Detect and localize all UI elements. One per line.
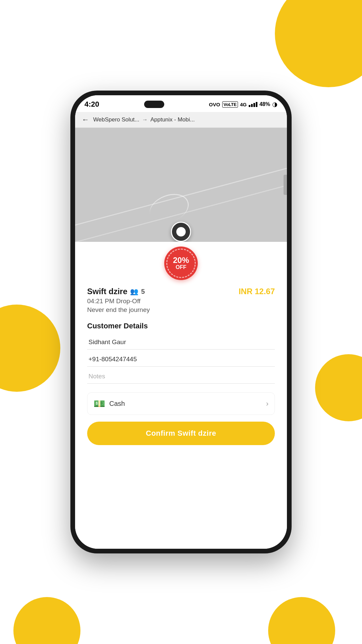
browser-bar: ← WebSpero Solut... → Apptunix - Mobi... bbox=[75, 112, 287, 128]
ride-info-row: Swift dzire 👥 5 04:21 PM Drop-Off Never … bbox=[87, 287, 275, 314]
battery-icon: ◑ bbox=[272, 101, 278, 108]
bg-shape-right-mid bbox=[315, 354, 362, 421]
customer-phone-input[interactable] bbox=[87, 352, 275, 367]
network-icon: 4G bbox=[240, 102, 247, 107]
browser-tab-1[interactable]: WebSpero Solut... bbox=[93, 116, 139, 123]
bg-shape-bottom-right bbox=[268, 597, 335, 644]
operator-label: OVO bbox=[209, 102, 220, 107]
status-bar: 4:20 OVO VoLTE 4G 48% ◑ bbox=[75, 95, 287, 112]
people-icon: 👥 bbox=[130, 287, 138, 296]
volte-icon: VoLTE bbox=[222, 101, 238, 108]
confirm-ride-button[interactable]: Confirm Swift dzire bbox=[87, 422, 275, 445]
bg-shape-left-mid bbox=[0, 305, 60, 392]
map-area bbox=[75, 128, 287, 242]
location-pin bbox=[171, 222, 191, 242]
discount-off: OFF bbox=[176, 264, 186, 270]
payment-method-row[interactable]: 💵 Cash › bbox=[87, 392, 275, 415]
browser-tab-separator: → bbox=[142, 116, 148, 123]
status-time: 4:20 bbox=[84, 100, 99, 109]
payment-left: 💵 Cash bbox=[94, 398, 125, 409]
people-count: 5 bbox=[141, 288, 145, 296]
customer-notes-input[interactable] bbox=[87, 369, 275, 384]
ride-name-block: Swift dzire 👥 5 04:21 PM Drop-Off Never … bbox=[87, 287, 150, 314]
phone-screen: 4:20 OVO VoLTE 4G 48% ◑ ← WebSpero Solut… bbox=[75, 95, 287, 549]
ride-price: INR 12.67 bbox=[239, 287, 275, 296]
location-pin-icon bbox=[176, 227, 186, 236]
ride-time: 04:21 PM Drop-Off bbox=[87, 298, 150, 305]
phone-frame: 4:20 OVO VoLTE 4G 48% ◑ ← WebSpero Solut… bbox=[70, 91, 292, 553]
sidebar-handle[interactable] bbox=[284, 175, 287, 195]
notch bbox=[144, 101, 164, 108]
discount-badge-container: 20% OFF bbox=[87, 247, 275, 280]
discount-percent: 20% bbox=[173, 256, 189, 264]
ride-name-label: Swift dzire bbox=[87, 287, 127, 296]
bg-shape-top-right bbox=[275, 0, 362, 87]
browser-tab-2[interactable]: Apptunix - Mobi... bbox=[150, 116, 195, 123]
customer-details-title: Customer Details bbox=[87, 322, 275, 330]
browser-back-button[interactable]: ← bbox=[82, 115, 89, 124]
status-icons: OVO VoLTE 4G 48% ◑ bbox=[209, 101, 278, 108]
cash-label: Cash bbox=[109, 400, 125, 408]
chevron-right-icon: › bbox=[266, 399, 268, 408]
customer-name-input[interactable] bbox=[87, 335, 275, 350]
bg-shape-bottom-left bbox=[13, 597, 80, 644]
ride-subtitle: Never end the journey bbox=[87, 306, 150, 314]
ride-name-row: Swift dzire 👥 5 bbox=[87, 287, 150, 296]
cash-icon: 💵 bbox=[94, 398, 105, 409]
map-road-3 bbox=[99, 140, 263, 185]
map-road-1 bbox=[75, 128, 287, 235]
battery-label: 48% bbox=[259, 101, 270, 107]
browser-tabs: WebSpero Solut... → Apptunix - Mobi... bbox=[93, 116, 280, 123]
bottom-sheet: 20% OFF Swift dzire 👥 5 04:21 PM Drop-Of… bbox=[75, 242, 287, 549]
signal-bars bbox=[249, 102, 257, 107]
discount-badge: 20% OFF bbox=[164, 247, 198, 280]
customer-details-section: Customer Details bbox=[87, 316, 275, 386]
